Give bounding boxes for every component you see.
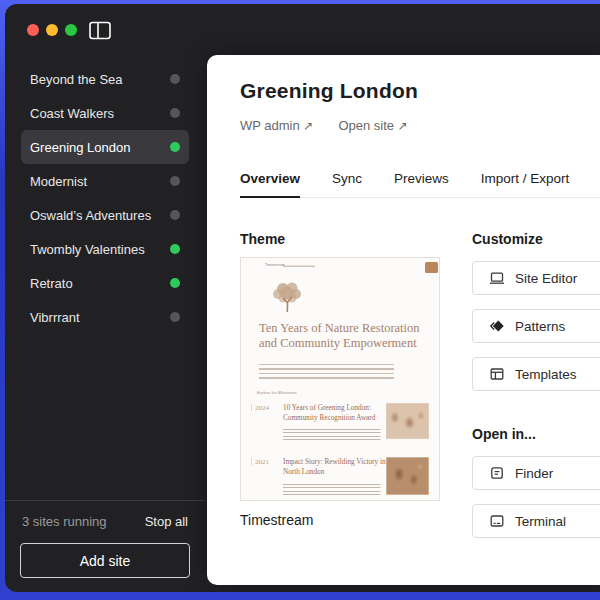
mini-entry-body [283,484,381,498]
sidebar-item-oswalds-adventures[interactable]: Oswald’s Adventures [21,198,189,232]
mini-milestones-label: Explore the Milestones [257,391,297,395]
status-dot [170,278,180,288]
sidebar-item-coast-walkers[interactable]: Coast Walkers [21,96,189,130]
site-editor-button[interactable]: Site Editor [472,261,600,295]
theme-section: Theme Timestream [240,231,440,528]
site-label: Modernist [30,174,87,189]
site-label: Oswald’s Adventures [30,208,151,223]
patterns-icon [489,318,505,334]
sidebar-item-twombly-valentines[interactable]: Twombly Valentines [21,232,189,266]
sidebar-item-retrato[interactable]: Retrato [21,266,189,300]
tab-bar: Overview Sync Previews Import / Export [240,167,600,198]
tab-overview[interactable]: Overview [240,167,300,198]
close-button[interactable] [27,24,39,36]
sidebar-item-beyond-the-sea[interactable]: Beyond the Sea [21,62,189,96]
sidebar-toggle-icon[interactable] [89,21,111,40]
sidebar-item-vibrrrant[interactable]: Vibrrrant [21,300,189,334]
stop-all-button[interactable]: Stop all [145,514,188,529]
patterns-button[interactable]: Patterns [472,309,600,343]
mini-entry-photo [386,403,429,439]
open-in-heading: Open in... [472,426,600,442]
mini-header-button [425,262,438,273]
mini-entry-year: 2024 [251,404,269,412]
theme-heading: Theme [240,231,440,247]
theme-name-caption: Timestream [240,512,440,528]
zoom-button[interactable] [65,24,77,36]
page-title: Greening London [240,79,418,103]
site-editor-icon [489,270,505,286]
traffic-lights [27,24,77,36]
status-dot [170,108,180,118]
terminal-icon [489,513,505,529]
site-label: Retrato [30,276,73,291]
mini-entry-body [283,429,381,443]
status-dot [170,74,180,84]
mini-nav-text [283,266,315,268]
tree-illustration [269,280,307,315]
tab-sync[interactable]: Sync [332,167,362,198]
open-site-link[interactable]: Open site ↗ [338,118,407,133]
app-window: Beyond the Sea Coast Walkers Greening Lo… [5,4,600,592]
titlebar [5,4,600,55]
mini-hero-paragraph [259,364,394,380]
sidebar-footer: 3 sites running Stop all Add site [5,500,205,592]
status-dot [170,312,180,322]
status-dot [170,176,180,186]
external-link-icon: ↗ [303,119,313,133]
site-label: Greening London [30,140,130,155]
status-dot [170,210,180,220]
site-label: Twombly Valentines [30,242,145,257]
customize-heading: Customize [472,231,600,247]
terminal-button[interactable]: Terminal [472,504,600,538]
finder-button[interactable]: Finder [472,456,600,490]
sites-running-status: 3 sites running [22,514,107,529]
site-links: WP admin ↗ Open site ↗ [240,118,408,133]
status-dot [170,142,180,152]
mini-hero-heading: Ten Years of Nature Restoration and Comm… [259,320,424,351]
tab-import-export[interactable]: Import / Export [481,167,570,198]
mini-site-logo: Timestream [265,263,285,267]
mini-entry-title: Impact Story: Rewilding Victory in North… [283,457,389,477]
external-link-icon: ↗ [398,119,408,133]
wp-admin-link[interactable]: WP admin ↗ [240,118,313,133]
mini-entry-year: 2021 [251,458,269,466]
sidebar-item-greening-london[interactable]: Greening London [21,130,189,164]
finder-icon [489,465,505,481]
site-label: Coast Walkers [30,106,114,121]
sidebar-item-modernist[interactable]: Modernist [21,164,189,198]
add-site-button[interactable]: Add site [20,543,190,578]
site-list: Beyond the Sea Coast Walkers Greening Lo… [5,62,205,334]
theme-preview-thumbnail[interactable]: Timestream [240,257,440,501]
tab-previews[interactable]: Previews [394,167,449,198]
mini-entry-title: 10 Years of Greening London: Community R… [283,403,389,423]
templates-icon [489,366,505,382]
sidebar: Beyond the Sea Coast Walkers Greening Lo… [5,55,205,592]
status-dot [170,244,180,254]
actions-column: Customize Site Editor Patterns [472,231,600,552]
templates-button[interactable]: Templates [472,357,600,391]
main-panel: Greening London WP admin ↗ Open site ↗ O… [207,55,600,585]
site-label: Vibrrrant [30,310,80,325]
minimize-button[interactable] [46,24,58,36]
site-label: Beyond the Sea [30,72,123,87]
desktop-background: { "colors": { "frame_blue": "#3d52e4", "… [0,0,600,600]
mini-entry-photo [386,457,429,495]
